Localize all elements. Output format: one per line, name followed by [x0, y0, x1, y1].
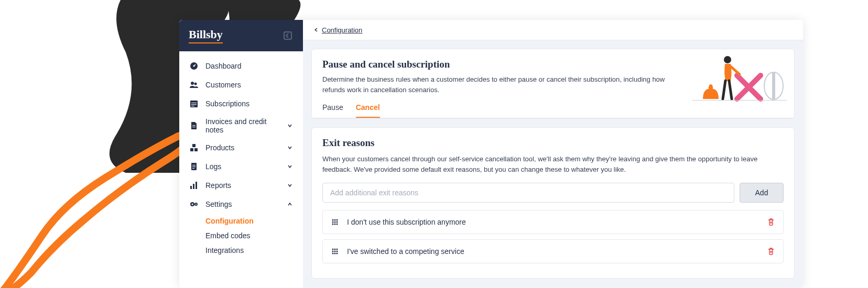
svg-point-34: [334, 221, 336, 223]
tabs: Pause Cancel: [312, 103, 794, 118]
svg-point-39: [332, 249, 334, 250]
header-illustration: [692, 54, 787, 104]
settings-submenu: Configuration Embed codes Integrations: [179, 214, 303, 258]
section-title: Exit reasons: [322, 137, 784, 149]
sidebar-item-reports[interactable]: Reports: [179, 176, 303, 195]
svg-point-31: [334, 219, 336, 221]
svg-point-24: [196, 204, 197, 205]
drag-handle-icon[interactable]: [330, 247, 340, 256]
chart-icon: [189, 180, 199, 191]
cubes-icon: [189, 142, 199, 153]
app-container: Billsby Dashboard Customers Subscription…: [179, 20, 803, 288]
nav-label: Subscriptions: [205, 99, 294, 108]
svg-point-28: [724, 56, 731, 63]
card-header: Pause and cancel subscription Determine …: [312, 49, 794, 95]
nav-label: Products: [205, 143, 286, 152]
add-button[interactable]: Add: [740, 183, 784, 203]
svg-point-42: [332, 251, 334, 252]
chevron-down-icon: [286, 144, 294, 151]
svg-rect-19: [193, 184, 194, 189]
sidebar-item-settings[interactable]: Settings: [179, 195, 303, 214]
svg-rect-18: [190, 186, 192, 189]
svg-rect-5: [190, 101, 198, 107]
svg-point-32: [337, 219, 338, 221]
nav-label: Dashboard: [205, 62, 294, 70]
svg-rect-17: [192, 168, 194, 169]
drag-handle-icon[interactable]: [330, 217, 340, 227]
tab-pause[interactable]: Pause: [322, 103, 343, 118]
reason-row: I don't use this subscription anymore: [322, 210, 784, 234]
sidebar-item-dashboard[interactable]: Dashboard: [179, 57, 303, 75]
svg-point-45: [332, 253, 334, 254]
header-card: Pause and cancel subscription Determine …: [311, 49, 795, 119]
file-icon: [189, 120, 199, 131]
nav-label: Customers: [205, 81, 294, 89]
svg-point-30: [332, 219, 334, 221]
svg-point-27: [709, 84, 713, 91]
svg-rect-7: [191, 104, 197, 105]
svg-point-22: [192, 204, 193, 205]
svg-point-4: [194, 83, 197, 85]
nav-label: Settings: [205, 200, 286, 208]
clipboard-icon: [189, 161, 199, 172]
nav-label: Invoices and credit notes: [205, 117, 286, 134]
delete-button[interactable]: [766, 217, 776, 227]
breadcrumb[interactable]: Configuration: [313, 26, 362, 34]
nav: Dashboard Customers Subscriptions Invoic…: [179, 51, 303, 263]
calendar-icon: [189, 98, 199, 109]
svg-rect-13: [194, 148, 198, 151]
nav-label: Reports: [205, 181, 286, 190]
svg-point-3: [191, 82, 194, 85]
subnav-embed-codes[interactable]: Embed codes: [205, 228, 303, 243]
svg-rect-10: [192, 127, 196, 127]
chevron-left-icon: [313, 27, 319, 32]
sidebar-item-subscriptions[interactable]: Subscriptions: [179, 94, 303, 113]
subnav-configuration[interactable]: Configuration: [205, 214, 303, 228]
svg-point-38: [337, 224, 338, 225]
content-scroll: Pause and cancel subscription Determine …: [303, 40, 803, 288]
card-body: Exit reasons When your customers cancel …: [312, 128, 794, 278]
breadcrumb-label: Configuration: [322, 26, 362, 34]
sidebar-item-customers[interactable]: Customers: [179, 75, 303, 94]
sidebar-collapse-button[interactable]: [282, 30, 294, 41]
svg-point-41: [337, 249, 338, 250]
chevron-down-icon: [286, 182, 294, 189]
svg-point-37: [334, 224, 336, 225]
svg-rect-26: [772, 73, 775, 99]
sidebar-item-invoices[interactable]: Invoices and credit notes: [179, 113, 303, 138]
svg-rect-29: [692, 100, 787, 101]
svg-rect-15: [192, 165, 196, 165]
nav-label: Logs: [205, 162, 286, 171]
svg-rect-0: [284, 32, 291, 39]
svg-rect-20: [196, 182, 197, 189]
sidebar-header: Billsby: [179, 20, 303, 51]
sidebar: Billsby Dashboard Customers Subscription…: [179, 20, 303, 288]
svg-rect-12: [190, 148, 193, 151]
svg-rect-6: [191, 103, 197, 103]
exit-reason-input[interactable]: [322, 183, 734, 203]
svg-point-44: [337, 251, 338, 252]
svg-point-46: [334, 253, 336, 254]
svg-rect-16: [192, 167, 196, 167]
gauge-icon: [189, 61, 199, 71]
subnav-integrations[interactable]: Integrations: [205, 243, 303, 258]
svg-rect-8: [191, 106, 194, 106]
svg-rect-9: [192, 125, 196, 126]
svg-point-33: [332, 221, 334, 223]
reason-row: I've switched to a competing service: [322, 239, 784, 263]
delete-button[interactable]: [766, 247, 776, 256]
tab-cancel[interactable]: Cancel: [356, 103, 380, 118]
logo: Billsby: [189, 28, 223, 43]
reason-text: I don't use this subscription anymore: [347, 218, 766, 226]
chevron-up-icon: [286, 201, 294, 208]
reason-text: I've switched to a competing service: [347, 247, 766, 256]
sidebar-item-logs[interactable]: Logs: [179, 157, 303, 176]
sidebar-item-products[interactable]: Products: [179, 138, 303, 157]
svg-point-47: [337, 253, 338, 254]
exit-reasons-card: Exit reasons When your customers cancel …: [311, 127, 795, 279]
svg-point-40: [334, 249, 336, 250]
svg-point-35: [337, 221, 338, 223]
gear-icon: [189, 199, 199, 209]
chevron-down-icon: [286, 122, 294, 129]
svg-point-2: [193, 65, 195, 67]
